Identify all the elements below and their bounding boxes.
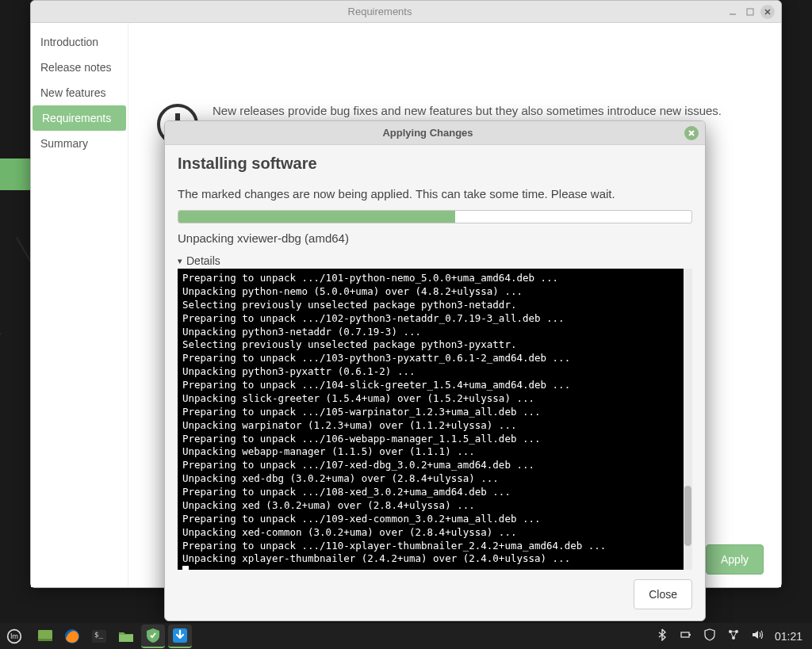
svg-rect-12 — [38, 639, 52, 641]
apply-button[interactable]: Apply — [706, 544, 764, 575]
battery-icon[interactable] — [680, 628, 692, 643]
svg-text:lm: lm — [10, 632, 18, 640]
bluetooth-icon[interactable] — [656, 628, 668, 643]
details-label: Details — [186, 254, 220, 267]
task-files[interactable] — [114, 624, 138, 648]
desktop: Requirements Introduction Release notes … — [0, 0, 812, 649]
dialog-title: Applying Changes — [171, 127, 684, 139]
applying-changes-dialog: Applying Changes Installing software The… — [164, 120, 706, 621]
window-title: Requirements — [37, 6, 722, 17]
svg-rect-18 — [681, 632, 689, 637]
details-toggle[interactable]: Details — [178, 254, 692, 267]
sidebar-item-release-notes[interactable]: Release notes — [31, 55, 128, 80]
titlebar[interactable]: Requirements — [31, 1, 781, 23]
task-show-desktop[interactable] — [33, 624, 57, 648]
progress-fill — [178, 211, 455, 223]
svg-rect-19 — [689, 634, 691, 636]
sidebar-item-new-features[interactable]: New features — [31, 80, 128, 105]
progress-bar — [178, 210, 692, 223]
sidebar: Introduction Release notes New features … — [31, 23, 128, 587]
close-icon[interactable] — [760, 5, 775, 19]
task-terminal[interactable]: $_ — [87, 624, 111, 648]
network-icon[interactable] — [727, 628, 740, 643]
sidebar-item-introduction[interactable]: Introduction — [31, 29, 128, 55]
volume-icon[interactable] — [751, 628, 764, 643]
system-tray: 01:21 — [656, 628, 812, 643]
status-text: Unpacking xviewer-dbg (amd64) — [178, 231, 692, 245]
dialog-subtitle: The marked changes are now being applied… — [178, 187, 692, 200]
terminal-output[interactable]: Preparing to unpack .../101-python-nemo_… — [178, 269, 692, 570]
terminal-scrollbar[interactable] — [684, 269, 692, 570]
clock[interactable]: 01:21 — [775, 630, 802, 643]
svg-rect-1 — [747, 9, 753, 15]
task-downloads[interactable] — [168, 624, 192, 648]
taskbar-panel: lm $_ — [0, 623, 812, 649]
left-edge-indicator — [0, 158, 32, 190]
taskbar: $_ — [33, 624, 192, 648]
dialog-heading: Installing software — [178, 155, 692, 173]
menu-button[interactable]: lm — [0, 623, 29, 649]
dialog-close-icon[interactable] — [684, 126, 699, 140]
shield-tray-icon[interactable] — [703, 628, 716, 643]
minimize-icon[interactable] — [726, 5, 740, 19]
sidebar-item-requirements[interactable]: Requirements — [33, 105, 126, 131]
dialog-titlebar[interactable]: Applying Changes — [165, 121, 705, 145]
svg-text:$_: $_ — [94, 631, 103, 639]
maximize-icon[interactable] — [743, 5, 757, 19]
scrollbar-thumb[interactable] — [684, 486, 691, 546]
task-firefox[interactable] — [60, 624, 84, 648]
task-update-shield[interactable] — [141, 624, 165, 648]
dialog-footer: Close — [165, 579, 705, 620]
dialog-body: Installing software The marked changes a… — [165, 145, 705, 579]
close-button[interactable]: Close — [634, 579, 692, 609]
sidebar-item-summary[interactable]: Summary — [31, 131, 128, 156]
svg-rect-16 — [119, 635, 133, 642]
terminal-container: Preparing to unpack .../101-python-nemo_… — [178, 269, 692, 570]
